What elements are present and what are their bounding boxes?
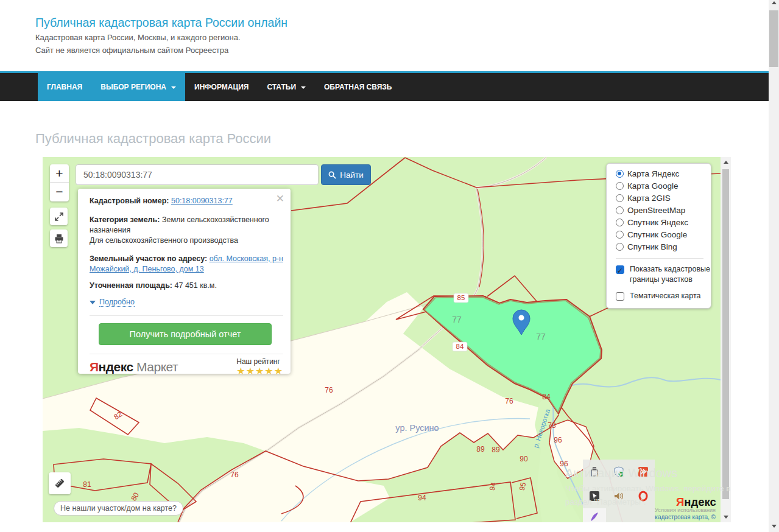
layer-option-3[interactable]: Карта 2GIS [616, 192, 711, 204]
map-label: 90 [520, 455, 528, 463]
layer-option-label: Спутник Яндекс [627, 218, 688, 227]
search-input[interactable] [76, 164, 319, 185]
site-subtitle-2: Сайт не является официальным сайтом Роср… [35, 46, 401, 55]
details-link[interactable]: Подробно [99, 298, 135, 307]
map-label: 96 [554, 436, 562, 444]
nav-item-5[interactable]: ОБРАТНАЯ СВЯЗЬ [315, 73, 401, 101]
chevron-down-icon [171, 86, 176, 89]
layer-option-4[interactable]: OpenStreetMap [616, 204, 711, 216]
map-river-east [553, 377, 721, 393]
search-icon [328, 171, 336, 179]
layer-option-7[interactable]: Спутник Bing [616, 240, 711, 253]
map-container[interactable]: 8584777776767684789696898990949495828180… [43, 157, 721, 522]
map-label: 84 [542, 393, 551, 401]
red-app-icon[interactable] [638, 466, 649, 477]
address-label: Земельный участок по адресу: [90, 254, 207, 263]
not-found-pill[interactable]: Не нашли участок/дом на карте? [54, 501, 183, 516]
category-label: Категория земель: [90, 215, 160, 224]
opera-icon[interactable] [638, 491, 649, 502]
page-scroll-down-icon[interactable] [772, 525, 777, 528]
checkbox-icon[interactable] [616, 292, 624, 301]
show-boundaries-checkbox-row[interactable]: ✓Показать кадастровыеграницы участков [616, 264, 711, 285]
cursor-app-icon[interactable] [589, 491, 600, 502]
usb-icon[interactable] [589, 466, 600, 477]
map-label: 96 [560, 460, 568, 468]
rating-label: Наш рейтинг [236, 357, 280, 366]
close-icon[interactable]: ✕ [276, 192, 284, 205]
print-button[interactable] [50, 229, 68, 247]
layer-option-1[interactable]: Карта Яндекс [616, 167, 711, 180]
cad-number-label: Кадастровый номер: [90, 197, 169, 205]
layer-option-label: Спутник Google [627, 230, 687, 239]
layer-option-label: OpenStreetMap [627, 206, 685, 215]
page-scrollbar-thumb[interactable] [769, 10, 778, 67]
layer-option-label: Карта Яндекс [627, 169, 679, 178]
map-label: 85 [457, 294, 465, 301]
map-label: 77 [452, 315, 462, 324]
map-label: 78 [548, 421, 556, 430]
layer-option-2[interactable]: Карта Google [616, 180, 711, 192]
thematic-map-checkbox-row[interactable]: Тематическая карта [616, 291, 711, 301]
fullscreen-button[interactable] [50, 208, 68, 225]
area-label: Уточненная площадь: [90, 281, 172, 290]
find-button[interactable]: Найти [321, 164, 371, 185]
market-row: Яндекс Маркет Наш рейтинг ★★★★★ [90, 354, 283, 377]
category-value2: Для сельскохозяйственного производства [90, 236, 238, 245]
zoom-in-button[interactable]: + [50, 164, 69, 183]
attribution-link[interactable]: кадастровая карта, © [655, 514, 716, 520]
map-scrollbar-thumb[interactable] [722, 169, 729, 499]
page-title: Публичная кадастровая карта России [35, 131, 271, 147]
radio-icon[interactable] [616, 194, 624, 202]
page-scrollbar[interactable] [769, 0, 779, 532]
map-scrollbar[interactable] [721, 157, 731, 522]
print-icon [54, 234, 64, 243]
zoom-out-button[interactable]: − [50, 183, 69, 201]
layer-option-label: Карта 2GIS [627, 194, 671, 203]
yandex-market-logo[interactable]: Яндекс Маркет [90, 360, 178, 374]
find-button-label: Найти [340, 170, 364, 180]
layer-option-5[interactable]: Спутник Яндекс [616, 216, 711, 228]
map-label: ур. Русино [395, 423, 439, 433]
measure-button[interactable] [49, 472, 71, 494]
map-label: 89 [492, 446, 500, 454]
radio-icon[interactable] [616, 243, 624, 251]
nav-item-3[interactable]: ИНФОРМАЦИЯ [185, 73, 258, 101]
layers-divider [616, 258, 703, 259]
chevron-down-icon [301, 86, 306, 89]
nav-item-4[interactable]: СТАТЬИ [258, 73, 315, 101]
radio-selected-icon[interactable] [616, 170, 624, 178]
feather-icon[interactable] [589, 511, 600, 522]
terms-link[interactable]: Условия использования [655, 508, 716, 513]
map-label: 76 [230, 471, 239, 479]
rating-block: Наш рейтинг ★★★★★ [236, 357, 283, 377]
map-label: 95 [518, 481, 528, 491]
details-caret-icon [90, 301, 96, 304]
main-nav: ГЛАВНАЯВЫБОР РЕГИОНАИНФОРМАЦИЯСТАТЬИОБРА… [0, 71, 769, 101]
expand-icon [54, 212, 64, 222]
report-button[interactable]: Получить подробный отчет [99, 323, 272, 345]
page-scroll-up-icon[interactable] [772, 1, 777, 4]
map-label: 94 [488, 481, 498, 491]
map-scroll-down-icon[interactable] [721, 512, 731, 522]
layers-panel: Карта ЯндексКарта GoogleКарта 2GISOpenSt… [606, 163, 711, 309]
cad-number-link[interactable]: 50:18:0090313:77 [171, 197, 233, 205]
layer-option-label: Спутник Bing [627, 242, 677, 251]
layer-option-6[interactable]: Спутник Google [616, 228, 711, 240]
layer-option-label: Карта Google [627, 181, 678, 191]
show-boundaries-label: Показать кадастровыеграницы участков [630, 264, 710, 285]
nav-item-label: СТАТЬИ [267, 83, 296, 91]
nav-item-2[interactable]: ВЫБОР РЕГИОНА [91, 73, 185, 101]
nav-item-1[interactable]: ГЛАВНАЯ [38, 73, 91, 101]
radio-icon[interactable] [616, 219, 624, 226]
site-title[interactable]: Публичная кадастровая карта России онлай… [35, 16, 401, 30]
map-label: 77 [536, 332, 546, 341]
thematic-map-label: Тематическая карта [630, 291, 700, 301]
checkbox-checked-icon[interactable]: ✓ [616, 265, 624, 274]
site-subtitle-1: Кадастровая карта России, Москвы, и кажд… [35, 33, 401, 42]
map-scroll-up-icon[interactable] [721, 157, 731, 167]
speaker-icon[interactable] [613, 491, 624, 502]
radio-icon[interactable] [616, 182, 624, 190]
radio-icon[interactable] [616, 231, 624, 239]
radio-icon[interactable] [616, 206, 624, 214]
shield-icon[interactable] [613, 466, 624, 477]
